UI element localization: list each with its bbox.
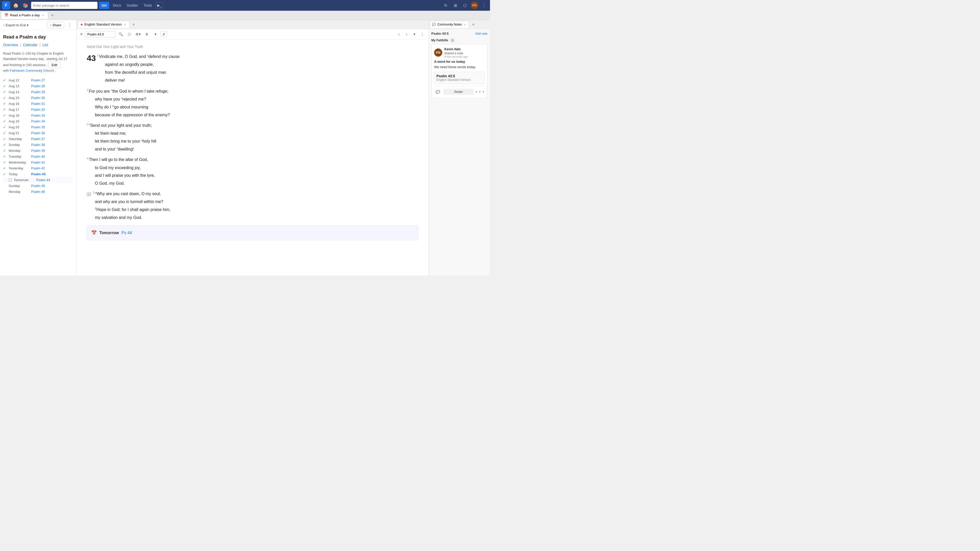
left-more-button[interactable]: ⋮ bbox=[66, 21, 73, 29]
check-icon: ✓ bbox=[3, 137, 6, 141]
more-note-options[interactable]: • • • bbox=[476, 89, 485, 94]
verse-text: why have you vrejected me? bbox=[87, 96, 418, 103]
list-item: ✓ Aug 15 Psalm 30 bbox=[3, 95, 73, 101]
community-notes-tab-close[interactable]: × bbox=[463, 23, 467, 26]
list-item: ✓ Wednesday Psalm 41 bbox=[3, 159, 73, 165]
next-passage-button[interactable]: › bbox=[403, 30, 410, 38]
share-icon: ↑ bbox=[50, 23, 52, 27]
bible-panel: ● English Standard Version × + ≡ 🔍 ⬡ ⚙▾ … bbox=[76, 20, 429, 275]
nav-arrows: ‹ › ▾ bbox=[395, 30, 418, 38]
church-link[interactable]: with Fairhaven Community Church . bbox=[3, 68, 56, 73]
check-icon: ✓ bbox=[3, 114, 6, 118]
esv-logo-icon: ● bbox=[80, 22, 83, 27]
left-content: Read a Psalm a day Overview | Calendar |… bbox=[0, 30, 76, 275]
check-icon: ✓ bbox=[3, 160, 6, 164]
share-button[interactable]: ↑ Share bbox=[47, 22, 64, 28]
read-psalm-tab[interactable]: 📅 Read a Psalm a day × bbox=[1, 12, 48, 19]
more-menu-button[interactable]: ⋮ bbox=[480, 1, 488, 10]
app-logo[interactable]: F bbox=[2, 1, 10, 10]
tomorrow-label: Tomorrow bbox=[99, 229, 119, 237]
verse-block-4: 4Then I will go to the altar of God, to … bbox=[87, 156, 418, 187]
people-button[interactable]: ⬡ bbox=[126, 30, 133, 38]
community-notes-tab[interactable]: 💬 Community Notes × bbox=[430, 21, 469, 28]
list-item: ✓ Today Psalm 43 bbox=[3, 171, 73, 177]
passage-dropdown-button[interactable]: ▾ bbox=[410, 30, 418, 38]
add-notes-tab-button[interactable]: + bbox=[470, 21, 476, 27]
go-button[interactable]: GO bbox=[99, 2, 109, 9]
calendar-tab-icon: 📅 bbox=[4, 13, 8, 17]
terminal-button[interactable]: ▶_ bbox=[156, 2, 164, 9]
plan-description: Read Psalm 1–150 by Chapter in English S… bbox=[3, 51, 73, 73]
list-link[interactable]: List bbox=[42, 43, 48, 47]
tomorrow-checkbox[interactable] bbox=[9, 179, 12, 182]
add-bible-tab-button[interactable]: + bbox=[130, 21, 137, 27]
note-card: KN Kevin Nah shared a note A few seconds… bbox=[431, 44, 487, 98]
read-psalm-tab-close[interactable]: × bbox=[41, 14, 45, 17]
notes-content: Psalm 43:5 Add note My Faithlife 1 KN Ke… bbox=[429, 29, 490, 275]
tools-dropdown-button[interactable]: ⚙▾ bbox=[135, 30, 142, 38]
more-options-button[interactable]: ⋮ bbox=[419, 30, 426, 38]
search-bar-container bbox=[31, 2, 97, 9]
hamburger-button[interactable]: ≡ bbox=[79, 32, 83, 37]
note-indicator-icon[interactable]: 💬 bbox=[87, 192, 91, 196]
list-item: ✓ Aug 19 Psalm 34 bbox=[3, 118, 73, 124]
check-icon: ✓ bbox=[3, 108, 6, 111]
reading-list: ✓ Aug 12 Psalm 27 ✓ Aug 13 Psalm 28 ✓ Au… bbox=[3, 77, 73, 195]
left-toolbar: ↑ Export to iCal ▾ ↑ Share ⋮ bbox=[0, 20, 76, 30]
amen-button[interactable]: Amen bbox=[443, 89, 473, 95]
add-left-tab-button[interactable]: + bbox=[49, 12, 56, 18]
guides-button[interactable]: Guides bbox=[124, 2, 140, 8]
verse-block-1: 43 1Vindicate me, O God, and sdefend my … bbox=[87, 53, 418, 85]
verse-text: 1Vindicate me, O God, and sdefend my cau… bbox=[97, 53, 418, 60]
verse-text: to God my exceeding joy, bbox=[87, 164, 418, 171]
home-button[interactable]: 🏠 bbox=[12, 1, 20, 10]
list-item: ✓ Sunday Psalm 38 bbox=[3, 142, 73, 148]
verse-block-5: 💬 5aWhy are you cast down, O my soul, an… bbox=[87, 190, 418, 221]
main-layout: ↑ Export to iCal ▾ ↑ Share ⋮ Read a Psal… bbox=[0, 20, 490, 275]
verse-text: let them lead me; bbox=[87, 130, 418, 137]
note-count-badge: 1 bbox=[450, 38, 455, 42]
list-item: ✓ Tuesday Psalm 40 bbox=[3, 154, 73, 159]
avatar[interactable]: KN bbox=[471, 2, 478, 9]
bible-tab-bar: ● English Standard Version × + bbox=[76, 20, 428, 29]
add-note-button[interactable]: Add note bbox=[475, 32, 487, 35]
check-icon: ✓ bbox=[3, 125, 6, 129]
note-body-text: We need these words today. bbox=[434, 65, 485, 70]
parallel-button[interactable]: // bbox=[161, 32, 167, 37]
esv-tab[interactable]: ● English Standard Version × bbox=[78, 21, 130, 28]
search-toolbar-button[interactable]: 🔍 bbox=[117, 30, 124, 38]
share-screen-button[interactable]: ⬡ bbox=[461, 1, 469, 10]
verse-text: O God, my God. bbox=[87, 180, 418, 187]
community-notes-tab-label: Community Notes bbox=[438, 23, 462, 26]
pause-button[interactable]: ⏸ bbox=[143, 30, 150, 38]
passage-ref-input[interactable] bbox=[85, 31, 116, 38]
edit-button[interactable]: Edit bbox=[48, 62, 60, 68]
export-ical-button[interactable]: ↑ Export to iCal ▾ bbox=[3, 23, 29, 27]
note-user: KN Kevin Nah shared a note A few seconds… bbox=[434, 47, 485, 58]
docs-button[interactable]: Docs bbox=[111, 2, 123, 8]
chapter-heading: Send Out Your Light and Your Truth bbox=[87, 44, 418, 50]
toolbar-right: ‹ › ▾ ⋮ bbox=[395, 30, 426, 38]
refresh-button[interactable]: ↻ bbox=[442, 1, 450, 10]
top-nav: F 🏠 📚 GO Docs Guides Tools ▶_ ↻ ⊞ ⬡ KN ⋮ bbox=[0, 0, 490, 11]
calendar-link[interactable]: Calendar bbox=[23, 43, 38, 47]
notes-section-title: My Faithlife bbox=[431, 38, 448, 42]
read-psalm-tab-label: Read a Psalm a day bbox=[10, 13, 40, 17]
tools-button[interactable]: Tools bbox=[142, 2, 154, 8]
check-empty: ✓ bbox=[3, 184, 6, 188]
search-input[interactable] bbox=[33, 3, 95, 7]
audio-button[interactable]: ▾ bbox=[152, 30, 159, 38]
prev-passage-button[interactable]: ‹ bbox=[395, 30, 402, 38]
esv-tab-close[interactable]: × bbox=[123, 23, 127, 26]
esv-tab-label: English Standard Version bbox=[84, 22, 122, 26]
verse-block-3: 3xSend out your light and your truth; le… bbox=[87, 122, 418, 153]
chapter-number: 43 bbox=[87, 54, 96, 62]
tomorrow-psalm-link[interactable]: Ps 44 bbox=[121, 229, 132, 237]
overview-link[interactable]: Overview bbox=[3, 43, 18, 47]
note-ref-version: English Standard Version bbox=[436, 78, 482, 82]
library-button[interactable]: 📚 bbox=[21, 1, 30, 10]
grid-button[interactable]: ⊞ bbox=[451, 1, 460, 10]
list-item: ✓ Aug 18 Psalm 33 bbox=[3, 113, 73, 118]
check-icon: ✓ bbox=[3, 149, 6, 152]
reply-button[interactable]: 💬 bbox=[434, 88, 441, 95]
